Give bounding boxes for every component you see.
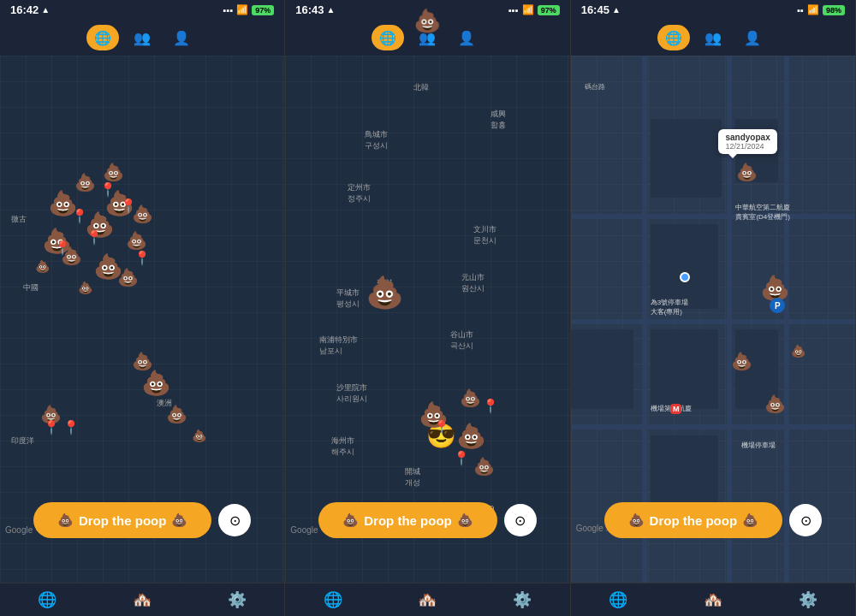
bottom-settings-2[interactable]: ⚙️ [513,590,532,609]
bottom-bar-3: 🌐 🏘️ ⚙️ [571,583,855,616]
top-nav-1: 🌐 👥 👤 [0,20,284,56]
status-right-3: ▪▪ 📶 98% [797,4,845,15]
time-2: 16:43 ▲ [295,3,335,16]
globe-tab-1[interactable]: 🌐 [86,25,119,50]
bottom-settings-1[interactable]: ⚙️ [228,590,247,609]
panel-2: 16:43 ▲ ▪▪▪ 📶 97% 💩 🌐 👥 👤 北韓 鳥城市구성시 定州市정… [285,0,570,616]
battery-2: 97% [538,5,560,15]
bottom-friends-3[interactable]: 🏘️ [704,590,722,609]
globe-tab-2[interactable]: 🌐 [372,25,404,50]
battery-1: 97% [252,5,274,15]
user-tab-3[interactable]: 👤 [736,25,769,50]
status-bar-3: 16:45 ▲ ▪▪ 📶 98% [571,0,855,20]
globe-tab-3[interactable]: 🌐 [657,25,690,50]
location-button-3[interactable]: ⊙ [789,504,822,536]
status-right-2: ▪▪▪ 📶 97% [508,4,560,15]
drop-btn-area-3: 💩 Drop the poop 💩 ⊙ [571,502,855,538]
location-button-1[interactable]: ⊙ [218,504,251,536]
metro-icon: M [670,404,682,414]
bottom-globe-1[interactable]: 🌐 [38,590,56,609]
bottom-globe-2[interactable]: 🌐 [324,590,342,609]
bottom-bar-1: 🌐 🏘️ ⚙️ [0,583,284,616]
location-arrow-1: ▲ [41,5,50,15]
location-arrow-3: ▲ [612,5,621,15]
drop-poop-button-2[interactable]: 💩 Drop the poop 💩 [318,502,496,538]
wifi-1: 📶 [236,4,248,15]
location-arrow-2: ▲ [327,5,336,15]
status-bar-1: 16:42 ▲ ▪▪▪ 📶 97% [0,0,284,20]
map-3[interactable]: 碼台路 sandyopax 12/21/2024 中華航空第二航廈貴賓室(D4登… [571,56,855,583]
floating-poop-nav: 💩 [413,8,441,34]
signal-2: ▪▪▪ [508,5,519,15]
bottom-settings-3[interactable]: ⚙️ [799,590,817,609]
wifi-2: 📶 [522,4,534,15]
tooltip-username: sandyopax [725,133,770,142]
user-tooltip: sandyopax 12/21/2024 [718,129,776,154]
location-button-2[interactable]: ⊙ [504,504,537,536]
panel-1: 16:42 ▲ ▪▪▪ 📶 97% 🌐 👥 👤 微古 中國 印度洋 澳洲 💩 💩… [0,0,285,616]
drop-btn-area-1: 💩 Drop the poop 💩 ⊙ [0,502,284,538]
map-2[interactable]: 北韓 鳥城市구성시 定州市정주시 平城市평성시 南浦特別市남포시 沙里院市사리원… [285,56,569,583]
bottom-globe-3[interactable]: 🌐 [609,590,627,609]
user-tab-2[interactable]: 👤 [450,25,483,50]
battery-3: 98% [823,5,845,15]
top-nav-2: 💩 🌐 👥 👤 [285,20,569,56]
bottom-bar-2: 🌐 🏘️ ⚙️ [285,583,569,616]
user-tab-1[interactable]: 👤 [165,25,198,50]
time-3: 16:45 ▲ [581,3,621,16]
panel-3: 16:45 ▲ ▪▪ 📶 98% 🌐 👥 👤 碼台路 [571,0,856,616]
drop-btn-area-2: 💩 Drop the poop 💩 ⊙ [285,502,569,538]
signal-1: ▪▪▪ [223,5,234,15]
friends-tab-1[interactable]: 👥 [126,25,158,50]
time-1: 16:42 ▲ [10,3,50,16]
drop-poop-button-3[interactable]: 💩 Drop the poop 💩 [604,502,782,538]
tooltip-date: 12/21/2024 [725,142,770,151]
bottom-friends-1[interactable]: 🏘️ [133,590,152,609]
signal-3: ▪▪ [797,5,804,15]
friends-tab-3[interactable]: 👥 [697,25,729,50]
status-right-1: ▪▪▪ 📶 97% [223,4,275,15]
top-nav-3: 🌐 👥 👤 [571,20,855,56]
map-1[interactable]: 微古 中國 印度洋 澳洲 💩 💩 💩 💩 💩 💩 💩 💩 💩 💩 💩 💩 💩 📍… [0,56,284,583]
wifi-3: 📶 [807,4,819,15]
bottom-friends-2[interactable]: 🏘️ [418,590,437,609]
drop-poop-button-1[interactable]: 💩 Drop the poop 💩 [33,502,211,538]
